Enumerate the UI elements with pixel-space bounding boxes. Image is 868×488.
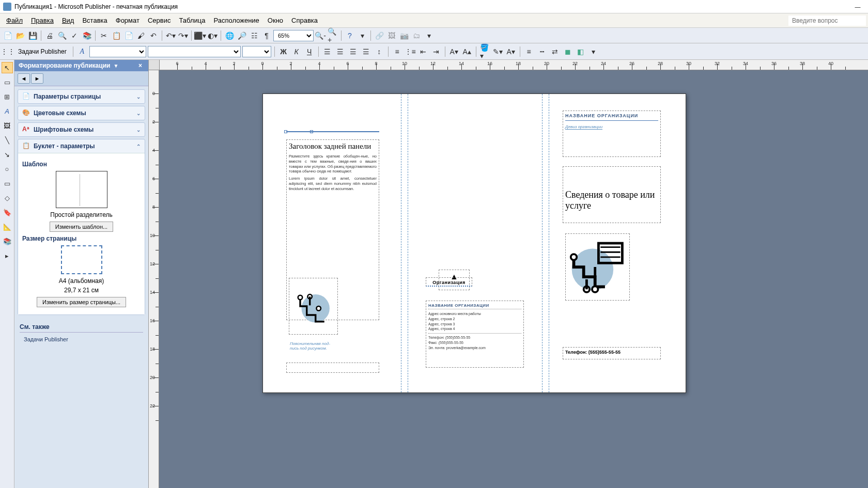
line-tool[interactable]: ╲ <box>2 134 13 146</box>
select-tool[interactable]: ↖ <box>2 62 13 73</box>
bullets-button[interactable]: ⋮≡ <box>405 46 416 57</box>
align-center-button[interactable]: ☰ <box>335 46 346 57</box>
cut-button[interactable]: ✂ <box>98 30 110 41</box>
line-color-button[interactable]: ✎▾ <box>492 46 504 57</box>
text-tool[interactable]: ▭ <box>2 76 13 88</box>
menu-arrange[interactable]: Расположение <box>209 14 263 26</box>
undo-dropdown[interactable]: ↶▾ <box>165 30 176 41</box>
align-left-button[interactable]: ☰ <box>322 46 333 57</box>
print-preview-button[interactable]: 🔍 <box>56 30 68 41</box>
bookmark-tool[interactable]: 🔖 <box>2 207 13 218</box>
caption-frame[interactable]: Пояснительная под-пись под рисунком. <box>288 339 339 355</box>
nav-back-button[interactable]: ◄ <box>18 73 30 84</box>
menu-help[interactable]: Справка <box>287 14 322 26</box>
zoom-combo[interactable]: 65% <box>273 30 314 41</box>
redo-dropdown[interactable]: ↷▾ <box>177 30 189 41</box>
page[interactable]: Заголовок задней панели Разместите здесь… <box>262 93 686 393</box>
task-pane-dropdown[interactable]: ▼ <box>113 63 118 69</box>
menu-insert[interactable]: Вставка <box>78 14 111 26</box>
fill-color-button[interactable]: 🪣▾ <box>479 46 491 57</box>
autoshape-tool[interactable]: ◇ <box>2 192 13 203</box>
align-right-button[interactable]: ☰ <box>348 46 359 57</box>
section-font-schemes[interactable]: Aᵃ Шрифтовые схемы ⌄ <box>18 122 145 137</box>
booklet-header[interactable]: 📋 Буклет - параметры ⌃ <box>18 139 145 153</box>
table-tool[interactable]: ⊞ <box>2 91 13 102</box>
send-back-button[interactable]: ◐▾ <box>207 30 218 41</box>
content-library-tool[interactable]: 📚 <box>2 235 13 247</box>
bring-front-button[interactable]: ⬛▾ <box>194 30 206 41</box>
copy-button[interactable]: 📋 <box>111 30 122 41</box>
save-button[interactable]: 💾 <box>27 30 38 41</box>
menu-edit[interactable]: Правка <box>27 14 58 26</box>
nav-forward-button[interactable]: ► <box>31 73 43 84</box>
styles-icon[interactable]: A <box>76 46 88 57</box>
toolbar-options2[interactable]: ▾ <box>423 30 435 41</box>
org-name-frame[interactable]: НАЗВАНИЕ ОРГАНИЗАЦИИ Девиз организации <box>563 111 661 157</box>
arrow-style-button[interactable]: ⇄ <box>549 46 561 57</box>
print-button[interactable]: 🖨 <box>44 30 55 41</box>
arrow-tool[interactable]: ↘ <box>2 149 13 160</box>
org-label-frame[interactable]: Организация <box>426 277 472 287</box>
font-combo[interactable] <box>89 46 146 57</box>
italic-button[interactable]: К <box>291 46 302 57</box>
canvas-viewport[interactable]: Заголовок задней панели Разместите здесь… <box>159 70 868 488</box>
image-frame[interactable] <box>289 278 338 335</box>
fontsize-combo[interactable] <box>242 46 271 57</box>
increase-font-button[interactable]: A▴ <box>461 46 473 57</box>
font-color-button[interactable]: A▾ <box>505 46 517 57</box>
see-also-link[interactable]: Задачи Publisher <box>20 335 143 344</box>
phone-frame[interactable]: Телефон: (555)555-55-55 <box>563 347 661 359</box>
web-preview-button[interactable]: 🔎 <box>236 30 247 41</box>
design-gallery-tool[interactable]: 📐 <box>2 221 13 232</box>
undo-button[interactable]: ↶ <box>148 30 159 41</box>
numbering-button[interactable]: ≡ <box>392 46 403 57</box>
big-logo-frame[interactable] <box>565 233 630 301</box>
open-button[interactable]: 📂 <box>14 30 26 41</box>
zoom-out-button[interactable]: 🔍- <box>315 30 326 41</box>
minimize-button[interactable]: — <box>850 2 865 12</box>
shadow-button[interactable]: ◼ <box>562 46 574 57</box>
task-pane-close[interactable]: × <box>136 62 144 69</box>
zoom-in-button[interactable]: 🔍+ <box>327 30 338 41</box>
empty-frame[interactable] <box>286 363 379 373</box>
menu-tools[interactable]: Сервис <box>144 14 175 26</box>
bold-button[interactable]: Ж <box>278 46 289 57</box>
format-options[interactable]: ▾ <box>588 46 599 57</box>
vertical-ruler[interactable]: 0246810121416182022 <box>149 70 159 488</box>
template-preview[interactable] <box>56 171 107 208</box>
new-button[interactable]: 📄 <box>2 30 13 41</box>
underline-button[interactable]: Ч <box>304 46 315 57</box>
section-color-schemes[interactable]: 🎨 Цветовые схемы ⌄ <box>18 106 145 120</box>
link-button[interactable]: 🔗 <box>374 30 385 41</box>
decrease-font-button[interactable]: A▾ <box>448 46 460 57</box>
image-button[interactable]: 🖼 <box>386 30 397 41</box>
format-painter-button[interactable]: 🖌 <box>135 30 147 41</box>
research-button[interactable]: 📚 <box>81 30 92 41</box>
menu-format[interactable]: Формат <box>112 14 144 26</box>
hyperlink-button[interactable]: 🌐 <box>224 30 235 41</box>
wordart-tool[interactable]: A <box>2 105 13 117</box>
paragraph-button[interactable]: ¶ <box>261 30 272 41</box>
line-spacing-button[interactable]: ↕ <box>374 46 385 57</box>
increase-indent-button[interactable]: ⇥ <box>430 46 442 57</box>
line-style-button[interactable]: ≡ <box>523 46 535 57</box>
decrease-indent-button[interactable]: ⇤ <box>417 46 429 57</box>
dash-style-button[interactable]: ┅ <box>536 46 548 57</box>
menu-window[interactable]: Окно <box>264 14 287 26</box>
columns-button[interactable]: ☷ <box>249 30 260 41</box>
toolbar-options[interactable]: ▾ <box>357 30 368 41</box>
menu-file[interactable]: Файл <box>2 14 27 26</box>
help-question-input[interactable] <box>788 15 866 26</box>
publisher-tasks-button[interactable]: Задачи Publisher <box>15 48 70 55</box>
pagesize-preview[interactable] <box>61 245 102 274</box>
horizontal-ruler[interactable]: 6420246810121416182022242628303234363840 <box>149 60 868 70</box>
image3-button[interactable]: 🗂 <box>411 30 422 41</box>
product-heading-frame[interactable]: Сведения о товаре или услуге <box>563 166 661 223</box>
picture-tool[interactable]: 🖼 <box>2 120 13 131</box>
image2-button[interactable]: 📷 <box>398 30 410 41</box>
menu-table[interactable]: Таблица <box>175 14 209 26</box>
paste-button[interactable]: 📄 <box>123 30 134 41</box>
menu-view[interactable]: Вид <box>58 14 79 26</box>
oval-tool[interactable]: ○ <box>2 163 13 175</box>
change-template-button[interactable]: Изменить шаблон... <box>50 222 113 232</box>
